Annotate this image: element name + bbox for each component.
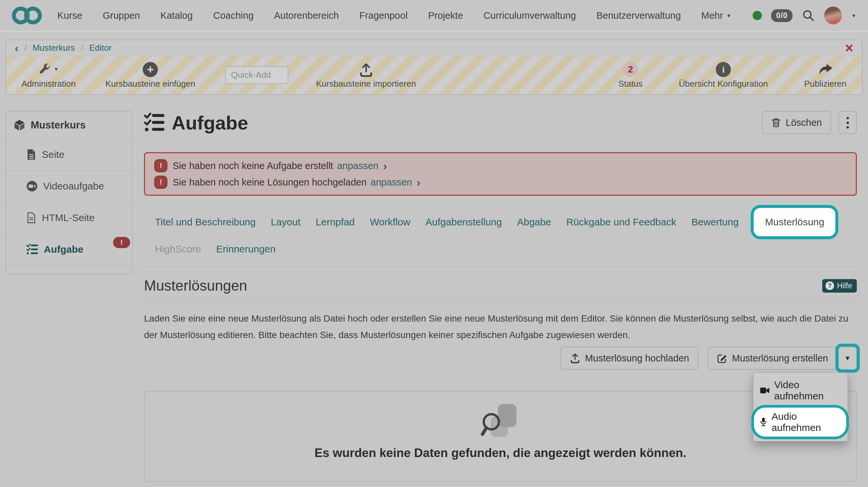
nav-item-curriculumverwaltung[interactable]: Curriculumverwaltung [484, 10, 576, 21]
info-circle-icon: i [716, 62, 731, 77]
tab-abgabe[interactable]: Abgabe [517, 216, 551, 228]
breadcrumb-separator: / [24, 43, 27, 53]
breadcrumb: ‹ / Musterkurs / Editor × [6, 40, 862, 56]
tree-item-aufgabe[interactable]: Aufgabe ! [6, 234, 132, 265]
warning-box: ! Sie haben noch keine Aufgabe erstellt … [144, 152, 857, 196]
import-label: Kursbausteine importieren [316, 79, 416, 89]
menu-item-label: Audio aufnehmen [771, 411, 840, 433]
video-camera-icon [760, 386, 770, 395]
chat-count-badge[interactable]: 0/0 [771, 9, 793, 22]
error-badge: ! [113, 237, 130, 248]
delete-button[interactable]: Löschen [762, 111, 831, 134]
nav-item-fragenpool[interactable]: Fragenpool [359, 10, 408, 21]
create-solution-split-button: Musterlösung erstellen ▼ [708, 347, 857, 370]
record-dropdown-menu: Video aufnehmen Audio aufnehmen [753, 372, 848, 442]
chevron-down-icon: ▼ [726, 13, 731, 19]
page-title: Aufgabe [172, 112, 248, 134]
chevron-right-icon[interactable]: › [416, 176, 420, 189]
help-button[interactable]: ? Hilfe [822, 279, 857, 293]
delete-label: Löschen [786, 117, 822, 128]
solution-actions-row: Musterlösung hochladen Musterlösung erst… [144, 347, 857, 370]
course-editor-toolbar: ▼ Administration + Kursbausteine einfüge… [6, 56, 862, 94]
nav-item-gruppen[interactable]: Gruppen [103, 10, 140, 21]
question-circle-icon: ? [826, 281, 834, 290]
menu-item-video-aufnehmen[interactable]: Video aufnehmen [753, 376, 847, 404]
back-chevron-icon[interactable]: ‹ [15, 43, 19, 53]
chevron-down-icon: ▼ [54, 66, 59, 72]
section-description: Laden Sie eine eine neue Musterlösung al… [144, 310, 857, 343]
trash-icon [771, 117, 781, 128]
tree-root-label: Musterkurs [31, 119, 86, 131]
warning-line: ! Sie haben noch keine Lösungen hochgela… [154, 176, 846, 189]
insert-label: Kursbausteine einfügen [105, 79, 195, 89]
tab-bewertung[interactable]: Bewertung [691, 216, 739, 228]
administration-label: Administration [22, 79, 76, 89]
create-solution-button[interactable]: Musterlösung erstellen [708, 347, 837, 370]
adjust-link[interactable]: anpassen [371, 177, 412, 188]
tab-lernpfad[interactable]: Lernpfad [316, 216, 354, 228]
quick-add-field [225, 66, 288, 84]
divider [144, 266, 857, 267]
kebab-icon [846, 117, 849, 119]
tab-workflow[interactable]: Workflow [370, 216, 410, 228]
publish-arrow-icon [818, 61, 833, 77]
chevron-right-icon[interactable]: › [383, 159, 387, 172]
plus-circle-icon: + [143, 62, 158, 77]
nav-item-benutzerverwaltung[interactable]: Benutzerverwaltung [596, 10, 681, 21]
breadcrumb-item-musterkurs[interactable]: Musterkurs [33, 43, 75, 53]
no-data-search-icon [481, 403, 520, 439]
publish-label: Publizieren [804, 79, 846, 89]
quick-add-input[interactable] [225, 66, 288, 84]
task-checklist-icon [26, 244, 38, 255]
user-menu-caret-icon[interactable]: ▼ [851, 13, 856, 19]
nav-item-coaching[interactable]: Coaching [213, 10, 254, 21]
divider [144, 301, 857, 302]
adjust-link[interactable]: anpassen [337, 160, 379, 171]
microphone-icon [760, 417, 767, 427]
editor-toolbar-panel: ‹ / Musterkurs / Editor × ▼ Administrati… [6, 39, 862, 95]
edit-pencil-icon [717, 353, 727, 363]
close-icon[interactable]: × [845, 41, 853, 55]
create-solution-dropdown-caret[interactable]: ▼ [838, 347, 857, 370]
openolat-logo-icon[interactable] [12, 5, 42, 26]
help-label: Hilfe [837, 281, 852, 290]
navbar-right-cluster: 0/0 ▼ [753, 7, 856, 24]
tree-item-seite[interactable]: Seite [6, 139, 132, 170]
status-button[interactable]: 2 Status [618, 61, 643, 89]
tab-erinnerungen[interactable]: Erinnerungen [216, 243, 276, 255]
tab-layout[interactable]: Layout [271, 216, 301, 228]
nav-more-label: Mehr [701, 10, 723, 21]
status-count-badge: 2 [623, 62, 638, 77]
insert-course-element-button[interactable]: + Kursbausteine einfügen [105, 61, 195, 89]
tree-item-videoaufgabe[interactable]: Videoaufgabe [6, 170, 132, 202]
create-solution-label: Musterlösung erstellen [732, 353, 828, 364]
tab-highscore[interactable]: HighScore [155, 243, 201, 255]
menu-item-label: Video aufnehmen [774, 379, 841, 402]
config-tabs-row-1: Titel und Beschreibung Layout Lernpfad W… [144, 210, 857, 235]
upload-solution-button[interactable]: Musterlösung hochladen [561, 347, 698, 370]
section-header-row: Musterlösungen ? Hilfe [144, 275, 857, 296]
import-course-elements-button[interactable]: Kursbausteine importieren [316, 61, 416, 89]
search-icon[interactable] [802, 9, 815, 22]
overview-configuration-button[interactable]: i Übersicht Konfiguration [679, 61, 768, 89]
tree-item-html-seite[interactable]: HTML-Seite [6, 202, 132, 234]
nav-item-projekte[interactable]: Projekte [428, 10, 463, 21]
tab-rueckgabe-und-feedback[interactable]: Rückgabe und Feedback [566, 216, 676, 228]
nav-item-autorenbereich[interactable]: Autorenbereich [274, 10, 339, 21]
administration-button[interactable]: ▼ Administration [22, 61, 76, 89]
nav-item-katalog[interactable]: Katalog [160, 10, 193, 21]
task-checklist-icon [144, 113, 165, 132]
avatar[interactable] [824, 7, 842, 24]
breadcrumb-item-editor[interactable]: Editor [89, 43, 112, 53]
tree-root-musterkurs[interactable]: Musterkurs [6, 112, 132, 139]
breadcrumb-separator: / [81, 43, 83, 53]
tab-titel-und-beschreibung[interactable]: Titel und Beschreibung [155, 216, 256, 228]
tab-musterloesung-active[interactable]: Musterlösung [754, 208, 835, 236]
empty-state-text: Es wurden keine Daten gefunden, die ange… [314, 446, 686, 460]
tab-aufgabenstellung[interactable]: Aufgabenstellung [426, 216, 502, 228]
nav-item-kurse[interactable]: Kurse [57, 10, 82, 21]
publish-button[interactable]: Publizieren [804, 61, 846, 89]
nav-item-mehr[interactable]: Mehr ▼ [701, 10, 731, 21]
menu-item-audio-aufnehmen[interactable]: Audio aufnehmen [754, 407, 846, 436]
more-options-kebab-button[interactable] [838, 111, 857, 134]
